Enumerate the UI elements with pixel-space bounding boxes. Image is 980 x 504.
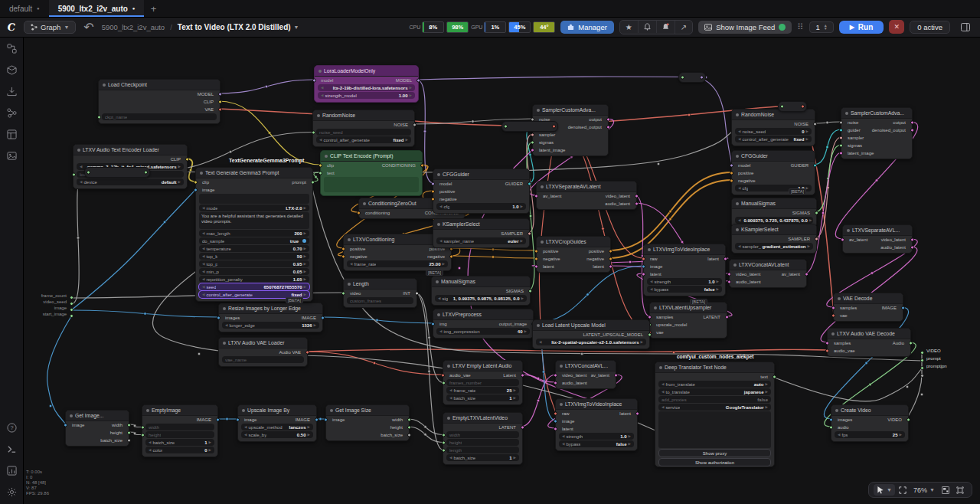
input-port-samples[interactable] (831, 306, 835, 310)
output-port-batch_size[interactable] (407, 434, 411, 437)
bell-icon[interactable] (638, 21, 656, 33)
share-icon[interactable]: ↗ (675, 21, 692, 34)
wire-midpoint-dot[interactable] (865, 362, 867, 364)
graph-input-image[interactable]: image (40, 306, 67, 310)
output-port-MODEL[interactable] (416, 79, 420, 83)
output-port-av_latent[interactable] (614, 374, 618, 378)
input-port-clip[interactable] (194, 181, 198, 185)
node-graph-canvas[interactable]: Load CheckpointMODELCLIPVAEckpt_nameLora… (23, 37, 980, 504)
fit-view-button[interactable] (899, 486, 906, 494)
widget-vae_name[interactable]: vae_name (222, 356, 304, 363)
wire-midpoint-dot[interactable] (492, 248, 494, 250)
output-port-audio_latent[interactable] (635, 202, 639, 206)
node-crop[interactable]: LTXVCropGuidespositivepositivenegativene… (536, 236, 611, 273)
widget-service[interactable]: ◀serviceGoogleTranslator▶ (658, 404, 771, 411)
back-button[interactable]: ↶ (81, 18, 96, 36)
output-port-CLIP[interactable] (185, 158, 189, 162)
input-port-video_latent[interactable] (554, 374, 557, 378)
output-port-text[interactable] (773, 375, 776, 379)
node-rnr[interactable]: RandomNoiseNOISE◀noise_seed0▶◀control_af… (731, 109, 815, 146)
input-port-negative[interactable] (341, 255, 345, 259)
output-port-Audio VAE[interactable] (305, 351, 309, 355)
widget-bypass[interactable]: ◀bypassfalse▶ (559, 440, 634, 447)
widget-width[interactable]: width (145, 424, 214, 430)
widget-img_compression[interactable]: ◀img_compression40▶ (436, 328, 530, 335)
node-cfgl[interactable]: CFGGuidermodelGUIDERpositivenegative◀cfg… (433, 169, 530, 214)
widget-frame_rate[interactable]: ◀frame_rate25.00▶ (347, 260, 448, 267)
reroute-node[interactable] (678, 72, 706, 83)
output-port-positive[interactable] (609, 250, 612, 254)
widget-from_translate[interactable]: ◀from_translateauto▶ (658, 381, 771, 388)
node-gis2[interactable]: Get Image Sizeimagewidthheightbatch_size (325, 404, 410, 441)
node-lora[interactable]: LoraLoaderModelOnlymodelMODEL◀ltx-2-19b-… (314, 65, 419, 103)
input-port-latent_image[interactable] (531, 149, 534, 152)
wire-midpoint-dot[interactable] (163, 221, 165, 223)
widget-fps[interactable]: ◀fps25▶ (835, 431, 905, 438)
widget-frames_number[interactable]: frames_number (446, 379, 519, 386)
node-rnl[interactable]: RandomNoiseNOISEnoise_seed◀control_after… (312, 110, 415, 147)
output-port-latent[interactable] (635, 412, 639, 416)
node-tgen[interactable]: Text Generate Gemma3 Promptclippromptima… (195, 167, 313, 302)
wire-midpoint-dot[interactable] (529, 153, 531, 155)
widget-repetition_penalty[interactable]: ◀repetition_penalty1.05▶ (199, 276, 309, 283)
wire-midpoint-dot[interactable] (826, 146, 828, 148)
output-port-height[interactable] (127, 431, 131, 435)
output-port-output[interactable] (606, 118, 610, 122)
output-port-width[interactable] (407, 418, 411, 422)
input-port-images[interactable] (217, 316, 220, 320)
node-resize[interactable]: Resize Images by Longer EdgeimagesIMAGE◀… (218, 303, 323, 332)
node-loadup[interactable]: Load Latent Upscale ModelLATENT_UPSCALE_… (532, 319, 650, 349)
input-port-audio_latent[interactable] (727, 280, 731, 284)
widget-min_p[interactable]: ◀min_p0.05▶ (199, 268, 309, 275)
output-port-negative[interactable] (609, 257, 612, 261)
output-port-output[interactable] (910, 121, 914, 125)
wire-midpoint-dot[interactable] (669, 210, 671, 212)
wire-midpoint-dot[interactable] (869, 383, 871, 385)
input-port-av_latent[interactable] (534, 195, 538, 198)
output-port-height[interactable] (407, 426, 411, 430)
output-port-SAMPLER[interactable] (528, 232, 531, 236)
node-avloader[interactable]: LTXV Audio VAE LoaderAudio VAEvae_name (218, 337, 308, 367)
input-port-image[interactable] (236, 418, 240, 422)
widget-upscale_method[interactable]: ◀upscale_methodlanczos▶ (241, 424, 313, 430)
cancel-run-button[interactable]: ✕ (889, 20, 904, 34)
node-clip_enc[interactable]: CLIP Text Encode (Prompt)clipCONDITIONIN… (320, 150, 423, 196)
image-feed-toggle[interactable] (779, 24, 786, 31)
node-sep1[interactable]: LTXVSeparateAVLatentav_latentvideo_laten… (536, 181, 637, 210)
node-i2v1[interactable]: LTXVImgToVideoInplacerawlatentimagelaten… (643, 244, 726, 296)
input-port-noise_seed[interactable] (312, 130, 315, 134)
wire-midpoint-dot[interactable] (265, 85, 267, 87)
node-sca2[interactable]: SamplerCustomAdva...noiseoutputguiderden… (841, 107, 913, 159)
wire-midpoint-dot[interactable] (492, 256, 494, 258)
node-upsamp[interactable]: LTXVLatentUpsamplersamplesLATENTupscale_… (649, 302, 727, 339)
output-port-Audio[interactable] (909, 342, 913, 345)
active-jobs-badge[interactable]: 0 active (910, 21, 950, 34)
widget-longer_edge[interactable]: ◀longer_edge1536▶ (222, 322, 319, 329)
graph-input-start_image[interactable]: start_image (40, 312, 67, 316)
widget-sampler_n...[interactable]: ◀sampler_n...gradient_estimation▶ (735, 243, 813, 250)
reroute-out-port[interactable] (700, 76, 704, 80)
wire-midpoint-dot[interactable] (424, 434, 426, 436)
input-port-audio_vae[interactable] (441, 374, 445, 378)
node-elv[interactable]: EmptyLTXVLatentVideoLATENTwidthheightlen… (443, 412, 523, 465)
input-port-samples[interactable] (648, 316, 652, 319)
input-port-audio[interactable] (829, 426, 833, 430)
input-port-vae[interactable] (831, 314, 835, 318)
input-port-clip[interactable] (318, 164, 322, 168)
widget-top_p[interactable]: ◀top_p0.95▶ (199, 260, 309, 267)
reroute-node[interactable] (778, 101, 807, 112)
input-port-audio_latent[interactable] (554, 381, 557, 385)
sidebar-item-gallery[interactable] (6, 150, 18, 162)
input-port-height[interactable] (141, 433, 145, 437)
wire-midpoint-dot[interactable] (629, 260, 631, 263)
output-port-latent[interactable] (609, 265, 612, 269)
focus-mode-button[interactable] (956, 486, 964, 494)
input-port-width[interactable] (442, 433, 446, 437)
output-port-IMAGE[interactable] (901, 306, 905, 310)
output-port-width[interactable] (127, 424, 131, 427)
minimap-button[interactable] (942, 486, 949, 494)
input-port-positive[interactable] (534, 250, 538, 254)
zoom-level-dropdown[interactable]: 76%▼ (913, 486, 935, 494)
widget-color[interactable]: ◀color0▶ (145, 447, 214, 453)
wire-midpoint-dot[interactable] (144, 313, 146, 315)
